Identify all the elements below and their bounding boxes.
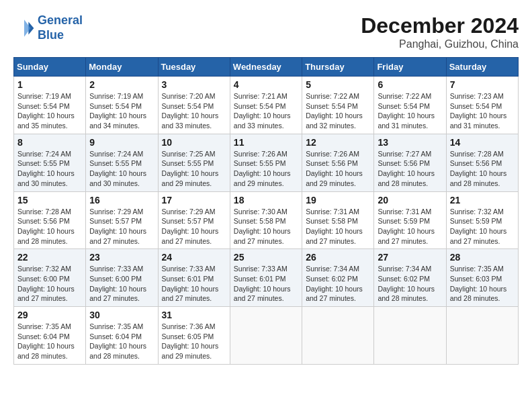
calendar-cell: 16Sunrise: 7:29 AM Sunset: 5:57 PM Dayli… — [86, 191, 158, 249]
calendar-cell: 15Sunrise: 7:28 AM Sunset: 5:56 PM Dayli… — [14, 191, 86, 249]
day-info: Sunrise: 7:32 AM Sunset: 6:00 PM Dayligh… — [17, 264, 82, 304]
day-number: 5 — [306, 79, 370, 90]
calendar-cell: 20Sunrise: 7:31 AM Sunset: 5:59 PM Dayli… — [374, 191, 446, 249]
calendar-cell: 6Sunrise: 7:22 AM Sunset: 5:54 PM Daylig… — [374, 77, 446, 134]
day-info: Sunrise: 7:33 AM Sunset: 6:01 PM Dayligh… — [234, 264, 298, 304]
day-info: Sunrise: 7:34 AM Sunset: 6:02 PM Dayligh… — [378, 264, 442, 304]
day-info: Sunrise: 7:36 AM Sunset: 6:05 PM Dayligh… — [162, 322, 226, 361]
weekday-header-wednesday: Wednesday — [230, 58, 302, 77]
weekday-header-saturday: Saturday — [446, 58, 518, 77]
day-number: 7 — [450, 79, 515, 90]
day-info: Sunrise: 7:20 AM Sunset: 5:54 PM Dayligh… — [162, 91, 226, 131]
day-info: Sunrise: 7:28 AM Sunset: 5:56 PM Dayligh… — [450, 149, 515, 189]
day-number: 25 — [234, 252, 298, 263]
calendar-week-3: 15Sunrise: 7:28 AM Sunset: 5:56 PM Dayli… — [14, 191, 519, 249]
day-info: Sunrise: 7:29 AM Sunset: 5:57 PM Dayligh… — [89, 207, 154, 246]
calendar-week-5: 29Sunrise: 7:35 AM Sunset: 6:04 PM Dayli… — [14, 307, 519, 365]
day-info: Sunrise: 7:35 AM Sunset: 6:03 PM Dayligh… — [450, 264, 515, 304]
calendar-cell: 24Sunrise: 7:33 AM Sunset: 6:01 PM Dayli… — [158, 249, 230, 307]
day-number: 27 — [378, 252, 442, 263]
day-number: 15 — [17, 195, 82, 205]
day-number: 19 — [306, 195, 370, 205]
calendar-cell: 28Sunrise: 7:35 AM Sunset: 6:03 PM Dayli… — [446, 249, 518, 307]
day-info: Sunrise: 7:33 AM Sunset: 6:00 PM Dayligh… — [89, 264, 154, 304]
logo: General Blue — [13, 13, 83, 42]
logo-line1: General — [38, 13, 83, 27]
calendar-cell: 22Sunrise: 7:32 AM Sunset: 6:00 PM Dayli… — [14, 249, 86, 307]
day-number: 9 — [89, 137, 154, 148]
day-number: 12 — [306, 137, 370, 148]
day-info: Sunrise: 7:22 AM Sunset: 5:54 PM Dayligh… — [378, 91, 442, 131]
calendar-cell: 4Sunrise: 7:21 AM Sunset: 5:54 PM Daylig… — [230, 77, 302, 134]
calendar-cell: 3Sunrise: 7:20 AM Sunset: 5:54 PM Daylig… — [158, 77, 230, 134]
day-number: 1 — [17, 79, 82, 90]
day-info: Sunrise: 7:31 AM Sunset: 5:59 PM Dayligh… — [378, 207, 442, 246]
calendar-cell: 21Sunrise: 7:32 AM Sunset: 5:59 PM Dayli… — [446, 191, 518, 249]
calendar-cell: 26Sunrise: 7:34 AM Sunset: 6:02 PM Dayli… — [302, 249, 374, 307]
day-number: 23 — [89, 252, 154, 263]
day-number: 16 — [89, 195, 154, 205]
calendar-cell — [446, 307, 518, 365]
day-number: 26 — [306, 252, 370, 263]
calendar-cell: 27Sunrise: 7:34 AM Sunset: 6:02 PM Dayli… — [374, 249, 446, 307]
calendar-week-2: 8Sunrise: 7:24 AM Sunset: 5:55 PM Daylig… — [14, 134, 519, 191]
day-info: Sunrise: 7:21 AM Sunset: 5:54 PM Dayligh… — [234, 91, 298, 131]
calendar-table: SundayMondayTuesdayWednesdayThursdayFrid… — [13, 57, 519, 365]
calendar-cell: 13Sunrise: 7:27 AM Sunset: 5:56 PM Dayli… — [374, 134, 446, 191]
day-info: Sunrise: 7:29 AM Sunset: 5:57 PM Dayligh… — [162, 207, 226, 246]
calendar-cell: 14Sunrise: 7:28 AM Sunset: 5:56 PM Dayli… — [446, 134, 518, 191]
location: Panghai, Guizhou, China — [361, 38, 519, 50]
calendar-cell: 25Sunrise: 7:33 AM Sunset: 6:01 PM Dayli… — [230, 249, 302, 307]
day-info: Sunrise: 7:31 AM Sunset: 5:58 PM Dayligh… — [306, 207, 370, 246]
weekday-header-sunday: Sunday — [14, 58, 86, 77]
calendar-cell: 11Sunrise: 7:26 AM Sunset: 5:55 PM Dayli… — [230, 134, 302, 191]
calendar-cell: 7Sunrise: 7:23 AM Sunset: 5:54 PM Daylig… — [446, 77, 518, 134]
day-number: 22 — [17, 252, 82, 263]
calendar-cell: 19Sunrise: 7:31 AM Sunset: 5:58 PM Dayli… — [302, 191, 374, 249]
page-header: General Blue December 2024 Panghai, Guiz… — [13, 13, 519, 50]
calendar-cell: 30Sunrise: 7:35 AM Sunset: 6:04 PM Dayli… — [86, 307, 158, 365]
day-number: 4 — [234, 79, 298, 90]
day-info: Sunrise: 7:24 AM Sunset: 5:55 PM Dayligh… — [89, 149, 154, 189]
calendar-cell — [374, 307, 446, 365]
day-info: Sunrise: 7:35 AM Sunset: 6:04 PM Dayligh… — [89, 322, 154, 361]
day-number: 24 — [162, 252, 226, 263]
day-info: Sunrise: 7:35 AM Sunset: 6:04 PM Dayligh… — [17, 322, 82, 361]
day-info: Sunrise: 7:24 AM Sunset: 5:55 PM Dayligh… — [17, 149, 82, 189]
day-info: Sunrise: 7:19 AM Sunset: 5:54 PM Dayligh… — [89, 91, 154, 131]
day-number: 11 — [234, 137, 298, 148]
calendar-cell: 29Sunrise: 7:35 AM Sunset: 6:04 PM Dayli… — [14, 307, 86, 365]
day-number: 18 — [234, 195, 298, 205]
day-info: Sunrise: 7:32 AM Sunset: 5:59 PM Dayligh… — [450, 207, 515, 246]
day-number: 14 — [450, 137, 515, 148]
day-info: Sunrise: 7:28 AM Sunset: 5:56 PM Dayligh… — [17, 207, 82, 246]
weekday-header-tuesday: Tuesday — [158, 58, 230, 77]
calendar-cell: 23Sunrise: 7:33 AM Sunset: 6:00 PM Dayli… — [86, 249, 158, 307]
calendar-cell: 8Sunrise: 7:24 AM Sunset: 5:55 PM Daylig… — [14, 134, 86, 191]
day-info: Sunrise: 7:26 AM Sunset: 5:56 PM Dayligh… — [306, 149, 370, 189]
day-number: 30 — [89, 310, 154, 320]
day-info: Sunrise: 7:25 AM Sunset: 5:55 PM Dayligh… — [162, 149, 226, 189]
weekday-header-friday: Friday — [374, 58, 446, 77]
calendar-cell: 9Sunrise: 7:24 AM Sunset: 5:55 PM Daylig… — [86, 134, 158, 191]
day-number: 20 — [378, 195, 442, 205]
calendar-cell — [302, 307, 374, 365]
day-info: Sunrise: 7:33 AM Sunset: 6:01 PM Dayligh… — [162, 264, 226, 304]
day-number: 29 — [17, 310, 82, 320]
calendar-cell — [230, 307, 302, 365]
day-number: 8 — [17, 137, 82, 148]
logo-icon — [13, 17, 35, 39]
calendar-header-row: SundayMondayTuesdayWednesdayThursdayFrid… — [14, 58, 519, 77]
day-info: Sunrise: 7:23 AM Sunset: 5:54 PM Dayligh… — [450, 91, 515, 131]
calendar-cell: 17Sunrise: 7:29 AM Sunset: 5:57 PM Dayli… — [158, 191, 230, 249]
svg-marker-1 — [24, 19, 31, 37]
calendar-cell: 5Sunrise: 7:22 AM Sunset: 5:54 PM Daylig… — [302, 77, 374, 134]
logo-line2: Blue — [38, 28, 64, 42]
day-number: 10 — [162, 137, 226, 148]
calendar-body: 1Sunrise: 7:19 AM Sunset: 5:54 PM Daylig… — [14, 77, 519, 365]
month-title: December 2024 — [361, 13, 519, 38]
day-number: 3 — [162, 79, 226, 90]
title-area: December 2024 Panghai, Guizhou, China — [361, 13, 519, 50]
calendar-cell: 18Sunrise: 7:30 AM Sunset: 5:58 PM Dayli… — [230, 191, 302, 249]
calendar-cell: 10Sunrise: 7:25 AM Sunset: 5:55 PM Dayli… — [158, 134, 230, 191]
